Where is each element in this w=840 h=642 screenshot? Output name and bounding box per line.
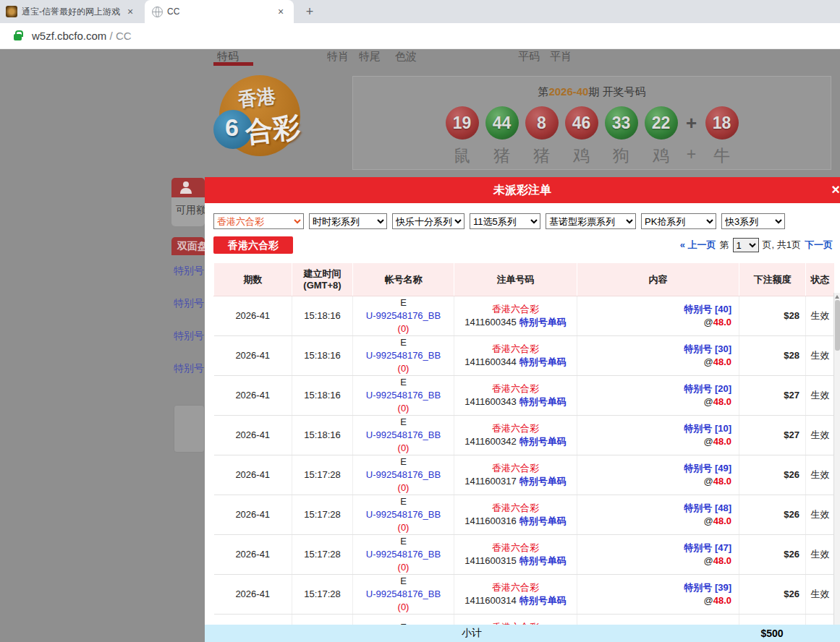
account-link[interactable]: U-992548176_BB [353,309,454,322]
account-link[interactable]: U-992548176_BB [353,588,454,601]
account-link[interactable]: U-992548176_BB [353,468,454,482]
time-cell: 15:18:16 [292,336,353,376]
new-tab-button[interactable]: + [301,3,318,20]
bet-name: 特别号 [48] [577,502,731,515]
column-header: 期数 [214,263,292,296]
ticket-lottery-name: 香港六合彩 [454,422,577,435]
two-sided-panel-tab[interactable]: 双面盘 [171,237,205,255]
odds-value: 48.0 [713,555,731,566]
mark-six-button[interactable]: 香港六合彩 [213,236,293,254]
bet-table-row: 2026-41 15:18:16 E U-992548176_BB (0) 香港… [214,376,835,416]
account-cell: E U-992548176_BB (0) [353,495,454,535]
lottery-series-select[interactable]: 11选5系列 [470,213,540,229]
scrollbar-thumb[interactable] [835,300,840,351]
account-prefix: E [353,336,454,349]
nav-tab[interactable]: 特肖 [327,50,349,62]
account-count: (0) [353,442,454,455]
lottery-series-select[interactable]: PK拾系列 [641,213,716,229]
ball-column: 8 猪 [525,106,559,167]
issue-cell: 2026-41 [214,336,292,376]
account-cell: E U-992548176_BB (0) [353,416,454,455]
lottery-series-select[interactable]: 基诺型彩票系列 [546,213,636,229]
account-cell: E U-992548176_BB (0) [353,535,454,575]
ticket-type-link[interactable]: 特别号单码 [519,436,567,447]
lottery-series-select[interactable]: 快乐十分系列 [392,213,464,229]
sidebar-links: 特别号特别号特别号特别号 [174,265,205,395]
status-cell: 生效 [806,336,835,376]
sidebar-link-special-number[interactable]: 特别号 [174,330,205,343]
bet-table-row: 2026-41 15:17:28 E U-992548176_BB (0) 香港… [214,575,835,615]
zodiac-label: + [687,145,696,164]
user-tab[interactable] [171,178,205,197]
ticket-cell: 香港六合彩 1411600317特别号单码 [454,455,577,495]
nav-tab[interactable]: 色波 [395,50,417,62]
account-link[interactable]: U-992548176_BB [353,429,454,442]
ticket-number: 1411600345 [464,317,516,328]
nav-tab[interactable]: 特码 [217,50,239,62]
lottery-series-select[interactable]: 时时彩系列 [309,213,387,229]
account-link[interactable]: U-992548176_BB [353,548,454,561]
bet-name: 特别号 [20] [577,382,731,395]
account-link[interactable]: U-992548176_BB [353,508,454,521]
account-count: (0) [353,402,454,415]
logo-text-6: 6 [225,114,239,142]
prev-page-link[interactable]: « 上一页 [680,239,716,252]
zodiac-label: 鸡 [573,145,590,167]
odds-at: @ [703,515,713,526]
account-prefix: E [353,575,454,588]
ticket-lottery-name: 香港六合彩 [454,462,577,475]
address-bar[interactable]: w5zf.cbcfo.com / CC [0,23,840,49]
time-cell: 15:17:28 [292,495,353,535]
account-prefix: E [353,535,454,548]
sidebar-link-special-number[interactable]: 特别号 [174,265,205,278]
table-scrollbar[interactable] [833,293,840,625]
account-count: (0) [353,322,454,335]
ticket-type-link[interactable]: 特别号单码 [519,396,567,407]
person-icon [180,181,192,193]
ticket-type-link[interactable]: 特别号单码 [519,515,567,526]
ticket-type-link[interactable]: 特别号单码 [519,476,567,487]
odds-at: @ [703,555,713,566]
bet-table-row: 2026-41 15:18:16 E U-992548176_BB (0) 香港… [214,336,835,376]
url-text[interactable]: w5zf.cbcfo.com / CC [32,30,132,42]
ticket-type-link[interactable]: 特别号单码 [519,555,567,566]
account-count: (0) [353,521,454,534]
ticket-number: 1411600317 [464,476,516,487]
next-page-link[interactable]: 下一页 [805,239,833,252]
scroll-up-icon[interactable] [835,295,839,299]
bet-name: 特别号 [47] [577,542,731,555]
amount-cell: $27 [739,416,806,455]
zodiac-label: 鸡 [653,145,669,167]
sidebar-link-special-number[interactable]: 特别号 [174,297,205,310]
draw-balls: 19 鼠 44 猪 8 猪 46 鸡 3 [353,106,831,167]
browser-tab-active[interactable]: CC × [145,0,294,23]
sidebar-link-special-number[interactable]: 特别号 [174,362,205,375]
content-cell: 特别号 [40] @48.0 [577,296,739,336]
account-count: (0) [353,482,454,495]
lottery-series-select[interactable]: 香港六合彩 [213,213,304,229]
lottery-series-select[interactable]: 快3系列 [721,213,785,229]
column-header: 状态 [806,263,835,296]
browser-tab-inactive[interactable]: 通宝-信誉最好的网上游戏平 × [0,0,142,23]
issue-cell: 2026-41 [214,296,292,336]
ticket-type-link[interactable]: 特别号单码 [519,317,567,328]
ticket-type-link[interactable]: 特别号单码 [519,595,567,606]
close-icon[interactable]: × [827,181,840,198]
account-link[interactable]: U-992548176_BB [353,389,454,402]
url-path: / CC [106,30,131,42]
tab-close-icon[interactable]: × [124,6,136,17]
account-link[interactable]: U-992548176_BB [353,349,454,362]
draw-title: 第2026-40期 开奖号码 [353,85,831,99]
nav-tab[interactable]: 平码 [518,50,540,62]
lottery-ball: 18 [705,106,739,140]
odds-at: @ [703,476,713,487]
ticket-type-link[interactable]: 特别号单码 [519,356,567,367]
logo-text-hk: 香港 [237,83,276,112]
tab-close-icon[interactable]: × [275,6,287,17]
account-cell: E U-992548176_BB (0) [353,296,454,336]
page-select[interactable]: 1 [733,238,759,252]
nav-tab[interactable]: 平肖 [550,50,572,62]
sidebar-box [174,405,205,453]
nav-tab[interactable]: 特尾 [359,50,381,62]
lottery-filter-row: 香港六合彩时时彩系列快乐十分系列11选5系列基诺型彩票系列PK拾系列快3系列 [213,213,840,229]
